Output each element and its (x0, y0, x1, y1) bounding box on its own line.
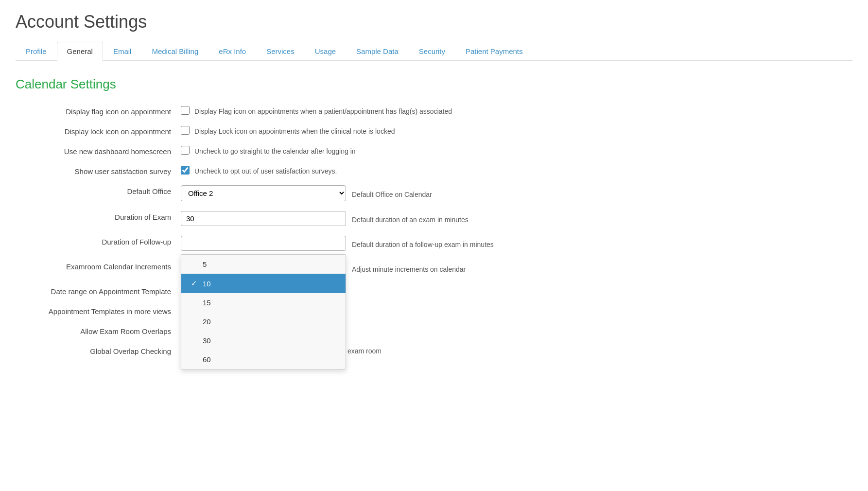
dropdown-option-10[interactable]: ✓ 10 (181, 274, 346, 293)
select-default-office[interactable]: Office 1 Office 2 Office 3 (181, 185, 346, 201)
desc-satisfaction-survey: Uncheck to opt out of user satisfaction … (194, 165, 337, 175)
row-exam-room-overlaps: Allow Exam Room Overlaps n an exam room (16, 325, 852, 335)
dropdown-option-20[interactable]: 20 (181, 312, 346, 331)
input-duration-followup[interactable] (181, 236, 346, 251)
label-duration-followup: Duration of Follow-up (16, 236, 181, 246)
row-display-flag-icon: Display flag icon on appointment Display… (16, 105, 852, 116)
dropdown-option-15[interactable]: 15 (181, 293, 346, 312)
checkmark-20 (191, 317, 199, 326)
label-satisfaction-survey: Show user satisfaction survey (16, 165, 181, 175)
label-display-flag-icon: Display flag icon on appointment (16, 105, 181, 116)
label-examroom-increments: Examroom Calendar Increments (16, 261, 181, 271)
dropdown-option-30[interactable]: 30 (181, 331, 346, 350)
tab-security[interactable]: Security (409, 42, 455, 61)
row-new-dashboard: Use new dashboard homescreen Uncheck to … (16, 145, 852, 156)
tab-patient-payments[interactable]: Patient Payments (455, 42, 533, 61)
row-default-office: Default Office Office 1 Office 2 Office … (16, 185, 852, 201)
checkbox-display-flag-icon[interactable] (181, 106, 190, 115)
duration-followup-dropdown: 5 ✓ 10 15 20 (181, 254, 346, 369)
page-container: Account Settings Profile General Email M… (0, 0, 868, 377)
tab-general[interactable]: General (57, 42, 103, 61)
checkmark-30 (191, 336, 199, 345)
label-exam-room-overlaps: Allow Exam Room Overlaps (16, 325, 181, 335)
checkbox-satisfaction-survey[interactable] (181, 166, 190, 175)
row-date-range-template: Date range on Appointment Template point… (16, 285, 852, 296)
desc-display-flag-icon: Display Flag icon on appointments when a… (194, 105, 452, 115)
desc-display-lock-icon: Display Lock icon on appointments when t… (194, 125, 395, 135)
row-display-lock-icon: Display lock icon on appointment Display… (16, 125, 852, 136)
checkbox-new-dashboard[interactable] (181, 146, 190, 155)
desc-duration-followup: Default duration of a follow-up exam in … (352, 239, 494, 248)
desc-examroom-increments: Adjust minute increments on calendar (352, 263, 466, 273)
page-title: Account Settings (16, 12, 852, 32)
row-satisfaction-survey: Show user satisfaction survey Uncheck to… (16, 165, 852, 175)
checkbox-wrap-lock: Display Lock icon on appointments when t… (181, 125, 395, 135)
tab-services[interactable]: Services (256, 42, 305, 61)
dropdown-label-60: 60 (203, 355, 211, 364)
row-global-overlap: Global Overlap Checking Disallow overlap… (16, 345, 852, 355)
checkmark-60 (191, 355, 199, 364)
tab-profile[interactable]: Profile (16, 42, 57, 61)
dropdown-option-60[interactable]: 60 (181, 350, 346, 369)
label-date-range-template: Date range on Appointment Template (16, 285, 181, 296)
checkbox-wrap-dashboard: Uncheck to go straight to the calendar a… (181, 145, 356, 155)
section-title: Calendar Settings (16, 77, 852, 92)
row-duration-exam: Duration of Exam Default duration of an … (16, 211, 852, 226)
checkmark-10: ✓ (191, 279, 199, 288)
checkbox-wrap-survey: Uncheck to opt out of user satisfaction … (181, 165, 337, 175)
label-global-overlap: Global Overlap Checking (16, 345, 181, 355)
tab-erx-info[interactable]: eRx Info (208, 42, 256, 61)
control-display-flag-icon: Display Flag icon on appointments when a… (181, 105, 452, 115)
tab-sample-data[interactable]: Sample Data (346, 42, 409, 61)
dropdown-option-5[interactable]: 5 (181, 255, 346, 274)
dropdown-label-10: 10 (203, 280, 211, 288)
desc-duration-exam: Default duration of an exam in minutes (352, 214, 469, 224)
settings-table: Display flag icon on appointment Display… (16, 105, 852, 355)
label-appt-templates-views: Appointment Templates in more views (16, 305, 181, 316)
desc-new-dashboard: Uncheck to go straight to the calendar a… (194, 145, 356, 155)
tab-email[interactable]: Email (103, 42, 142, 61)
dropdown-label-30: 30 (203, 336, 211, 345)
checkmark-5 (191, 260, 199, 268)
control-satisfaction-survey: Uncheck to opt out of user satisfaction … (181, 165, 337, 175)
dropdown-label-5: 5 (203, 260, 207, 268)
control-default-office: Office 1 Office 2 Office 3 Default Offic… (181, 185, 432, 201)
control-duration-followup: Default duration of a follow-up exam in … (181, 236, 494, 251)
tab-medical-billing[interactable]: Medical Billing (141, 42, 208, 61)
row-appt-templates-views: Appointment Templates in more views ly V… (16, 305, 852, 316)
label-duration-exam: Duration of Exam (16, 211, 181, 221)
checkbox-wrap-flag: Display Flag icon on appointments when a… (181, 105, 452, 115)
control-display-lock-icon: Display Lock icon on appointments when t… (181, 125, 395, 135)
label-default-office: Default Office (16, 185, 181, 195)
control-duration-exam: Default duration of an exam in minutes (181, 211, 469, 226)
tab-nav: Profile General Email Medical Billing eR… (16, 41, 852, 61)
label-display-lock-icon: Display lock icon on appointment (16, 125, 181, 136)
dropdown-label-20: 20 (203, 317, 211, 326)
tab-usage[interactable]: Usage (305, 42, 346, 61)
row-duration-followup: Duration of Follow-up Default duration o… (16, 236, 852, 251)
checkbox-display-lock-icon[interactable] (181, 126, 190, 135)
desc-default-office: Default Office on Calendar (352, 189, 432, 198)
label-new-dashboard: Use new dashboard homescreen (16, 145, 181, 156)
input-duration-exam[interactable] (181, 211, 346, 226)
row-examroom-increments: Examroom Calendar Increments Adjust minu… (16, 261, 852, 276)
control-new-dashboard: Uncheck to go straight to the calendar a… (181, 145, 356, 155)
dropdown-label-15: 15 (203, 298, 211, 307)
checkmark-15 (191, 298, 199, 307)
